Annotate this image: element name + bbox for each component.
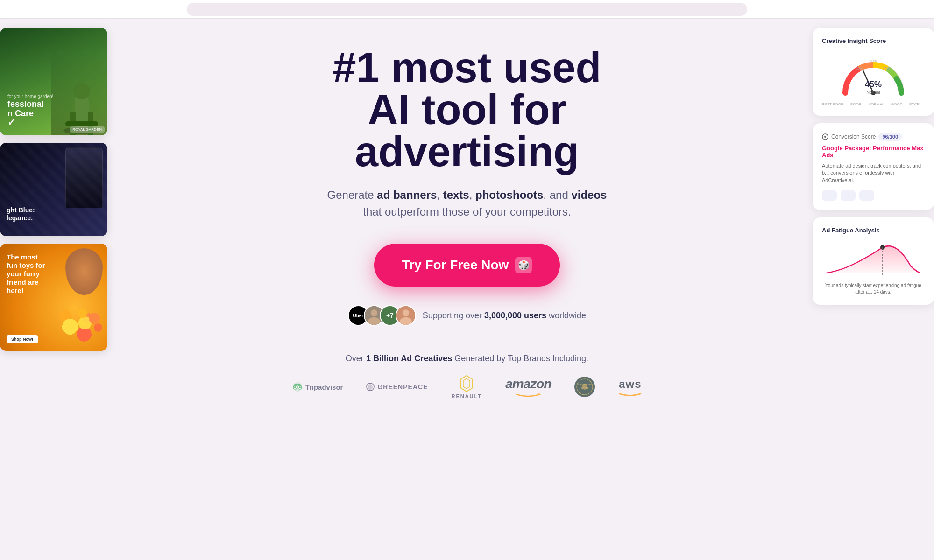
svg-point-14 (403, 309, 410, 316)
svg-point-29 (582, 384, 587, 388)
hero-title: #1 most used AI tool for advertising (257, 47, 677, 173)
svg-point-7 (89, 313, 100, 324)
brand-renault: RENAULT (451, 375, 482, 399)
widget-conversion-score: Conversion Score 96/100 Google Package: … (813, 123, 934, 210)
brand-tripadvisor: Tripadvisor (292, 382, 343, 392)
cta-icon: 🎲 (515, 257, 532, 273)
brand-aws: aws (618, 378, 642, 396)
action-btn-1[interactable] (822, 190, 837, 201)
svg-point-15 (400, 317, 411, 326)
brands-section: Over 1 Billion Ad Creatives Generated by… (292, 354, 642, 399)
ad-card-perfume: ght Blue:legance. (0, 143, 107, 236)
fatigue-desc: Your ads typically start experiencing ad… (822, 282, 925, 295)
svg-point-41 (824, 136, 826, 138)
cta-button[interactable]: Try For Free Now 🎲 (374, 244, 560, 287)
action-btn-3[interactable] (859, 190, 874, 201)
svg-rect-5 (65, 121, 98, 126)
svg-text:50%: 50% (870, 59, 877, 63)
conversion-icon (822, 133, 828, 140)
svg-point-19 (294, 386, 296, 388)
toys-card-title: The most fun toys for your furry friend … (7, 253, 49, 295)
score-badge: 96/100 (878, 133, 902, 141)
gauge-labels: BEST POOR POOR NORMAL GOOD EXCELL. (822, 102, 925, 106)
search-bar[interactable] (187, 3, 747, 16)
toys-shop-button[interactable]: Shop Now! (7, 335, 38, 343)
right-widgets: Creative Insight Score 45% Norma (813, 28, 934, 305)
svg-point-12 (368, 317, 380, 326)
gauge-chart: 45% Normal 0% 25% 50% 75% 100% (822, 51, 925, 98)
svg-marker-24 (538, 393, 541, 395)
svg-text:45%: 45% (865, 80, 882, 89)
lawn-card-brand: ROYAL GARDEN (70, 126, 105, 133)
svg-text:Normal: Normal (866, 90, 880, 95)
main-wrapper: for your home garden! fessionaln Care ✓ … (0, 19, 934, 560)
social-proof-text: Supporting over 3,000,000 users worldwid… (423, 311, 586, 321)
hero-section: #1 most used AI tool for advertising Gen… (0, 19, 934, 560)
conversion-desc: Automate ad design, track competitors, a… (822, 162, 925, 184)
conversion-score-header: Conversion Score 96/100 (822, 133, 925, 141)
svg-point-9 (94, 323, 102, 332)
svg-text:100%: 100% (897, 97, 906, 98)
brand-greenpeace: GREENPEACE (366, 383, 428, 391)
ad-card-lawn: for your home garden! fessionaln Care ✓ … (0, 28, 107, 135)
svg-marker-23 (463, 378, 470, 389)
fatigue-title: Ad Fatigue Analysis (822, 227, 925, 234)
lawn-card-label: for your home garden! (7, 94, 53, 99)
svg-text:75%: 75% (884, 67, 891, 70)
conversion-actions (822, 190, 925, 201)
action-btn-2[interactable] (841, 190, 856, 201)
svg-text:25%: 25% (856, 67, 863, 70)
svg-point-20 (299, 386, 301, 388)
svg-point-11 (371, 309, 378, 316)
conversion-score-label: Conversion Score (831, 133, 876, 140)
svg-text:0%: 0% (843, 97, 848, 98)
insight-score-title: Creative Insight Score (822, 37, 925, 44)
brand-starbucks: STARBUCKS COFFEE (574, 377, 595, 397)
svg-point-8 (78, 309, 87, 318)
perfume-card-title: ght Blue:legance. (7, 206, 35, 222)
widget-ad-fatigue: Ad Fatigue Analysis (813, 217, 934, 305)
lawn-card-title: fessionaln Care (7, 100, 53, 119)
fatigue-chart (822, 240, 925, 278)
left-ad-cards: for your home garden! fessionaln Care ✓ … (0, 28, 117, 351)
svg-marker-30 (639, 393, 642, 395)
avatar-group: Uber +7 (348, 305, 416, 326)
top-bar (0, 0, 934, 19)
hero-subtitle: Generate ad banners, texts, photoshoots,… (327, 187, 607, 220)
brand-amazon: amazon (505, 377, 551, 397)
brands-row: Tripadvisor GREENPEACE (292, 375, 642, 399)
widget-insight-score: Creative Insight Score 45% Norma (813, 28, 934, 116)
svg-point-2 (73, 83, 90, 99)
conversion-link[interactable]: Google Package: Performance Max Ads (822, 145, 925, 159)
brands-label: Over 1 Billion Ad Creatives Generated by… (292, 354, 642, 364)
ad-card-toys: The most fun toys for your furry friend … (0, 244, 107, 351)
cta-label: Try For Free Now (402, 258, 509, 273)
social-proof: Uber +7 (348, 305, 586, 326)
avatar-person2 (396, 305, 416, 326)
